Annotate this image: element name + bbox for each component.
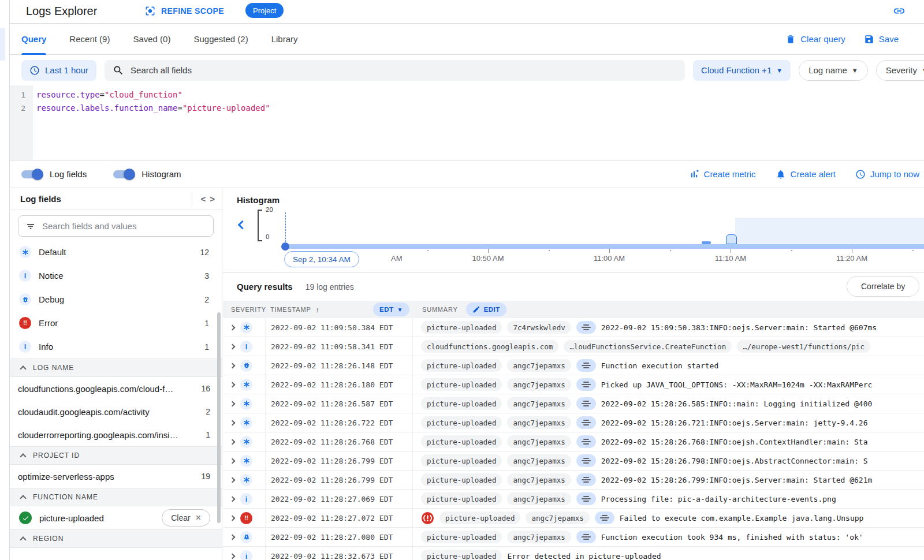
- histogram-selection-region[interactable]: [735, 218, 924, 244]
- field-section-header[interactable]: PROJECT ID: [10, 446, 222, 465]
- log-chip[interactable]: angc7jepamxs: [507, 378, 571, 391]
- fields-search-box[interactable]: [18, 215, 214, 237]
- summary-lines-icon[interactable]: [576, 378, 596, 391]
- log-chip[interactable]: angc7jepamxs: [507, 492, 571, 505]
- log-entry-row[interactable]: 2022-09-02 11:28:26.799 EDT picture-uplo…: [223, 451, 924, 471]
- log-chip[interactable]: cloudfunctions.googleapis.com: [421, 340, 558, 353]
- expand-chevron-icon[interactable]: [230, 553, 236, 559]
- panel-scrollbar[interactable]: [217, 312, 221, 523]
- log-chip[interactable]: picture-uploaded: [421, 473, 502, 486]
- expand-chevron-icon[interactable]: [230, 420, 236, 425]
- expand-chevron-icon[interactable]: [230, 344, 236, 349]
- log-entry-row[interactable]: i 2022-09-02 11:28:27.069 EDT picture-up…: [223, 490, 924, 509]
- scope-project-badge[interactable]: Project: [245, 3, 284, 18]
- summary-lines-icon[interactable]: [576, 473, 596, 486]
- log-name-filter[interactable]: Log name ▼: [799, 60, 868, 81]
- histogram-prev-chevron-icon[interactable]: [238, 221, 247, 230]
- resource-filter-chip[interactable]: Cloud Function +1 ▼: [693, 60, 791, 81]
- log-chip[interactable]: picture-uploaded: [421, 321, 502, 334]
- col-timestamp[interactable]: TIMESTAMP ↑ EDT▼: [266, 301, 413, 318]
- histogram-bar[interactable]: [702, 241, 711, 244]
- histogram-bar[interactable]: [726, 234, 737, 244]
- severity-field-item[interactable]: i Info 1: [10, 335, 222, 359]
- summary-lines-icon[interactable]: [576, 435, 596, 448]
- time-range-chip[interactable]: Last 1 hour: [21, 60, 96, 81]
- jump-to-now-button[interactable]: Jump to now: [855, 169, 919, 180]
- field-value-item[interactable]: cloudfunctions.googleapis.com/cloud-f… 1…: [10, 377, 222, 400]
- time-cursor-handle[interactable]: [281, 242, 289, 251]
- log-chip[interactable]: picture-uploaded: [421, 492, 502, 505]
- severity-field-item[interactable]: !! Error 1: [10, 311, 222, 335]
- correlate-by-button[interactable]: Correlate by: [847, 276, 919, 297]
- log-chip[interactable]: picture-uploaded: [421, 416, 502, 429]
- tab-query[interactable]: Query: [21, 24, 46, 55]
- save-button[interactable]: Save: [864, 34, 899, 44]
- refine-scope-button[interactable]: REFINE SCOPE: [144, 5, 224, 17]
- summary-lines-icon[interactable]: [576, 397, 596, 410]
- clear-query-button[interactable]: Clear query: [785, 34, 845, 44]
- log-entry-row[interactable]: i 2022-09-02 11:28:32.673 EDT picture-up…: [223, 547, 924, 560]
- summary-lines-icon[interactable]: [576, 359, 596, 372]
- share-link-icon[interactable]: [893, 5, 906, 17]
- summary-lines-icon[interactable]: [576, 454, 596, 467]
- field-value-item[interactable]: cloudaudit.googleapis.com/activity 2: [10, 400, 222, 423]
- log-chip[interactable]: picture-uploaded: [421, 378, 502, 391]
- field-value-item[interactable]: clouderrorreporting.googleapis.com/insi……: [10, 423, 222, 446]
- log-chip[interactable]: picture-uploaded: [421, 531, 502, 543]
- log-chip[interactable]: picture-uploaded: [421, 454, 502, 467]
- field-value-item[interactable]: picture-uploaded Clear×: [10, 506, 222, 529]
- log-entry-row[interactable]: 2022-09-02 11:28:27.080 EDT picture-uplo…: [223, 528, 924, 547]
- log-chip[interactable]: angc7jepamxs: [507, 473, 571, 486]
- expand-chevron-icon[interactable]: [230, 401, 236, 406]
- log-chip[interactable]: …/europe-west1/functions/pic: [737, 340, 870, 353]
- create-alert-button[interactable]: Create alert: [776, 169, 836, 180]
- search-all-fields-input[interactable]: [131, 65, 677, 75]
- expand-chevron-icon[interactable]: [230, 534, 236, 540]
- editor-code[interactable]: resource.type="cloud_function" resource.…: [33, 85, 270, 160]
- tab-recent[interactable]: Recent (9): [69, 24, 110, 55]
- edit-summary-button[interactable]: EDIT: [466, 303, 506, 316]
- severity-field-item[interactable]: Debug 2: [10, 288, 222, 311]
- log-chip[interactable]: angc7jepamxs: [507, 359, 571, 372]
- field-value-item[interactable]: optimize-serverless-apps 19: [10, 465, 222, 488]
- sort-ascending-icon[interactable]: ↑: [316, 305, 320, 314]
- tab-library[interactable]: Library: [271, 24, 298, 55]
- log-entry-row[interactable]: i 2022-09-02 11:09:58.341 EDT cloudfunct…: [223, 337, 924, 356]
- expand-chevron-icon[interactable]: [230, 324, 236, 330]
- fields-search-input[interactable]: [42, 221, 206, 231]
- log-entry-row[interactable]: 2022-09-02 11:28:26.180 EDT picture-uplo…: [223, 375, 924, 394]
- search-all-fields-box[interactable]: [105, 60, 685, 81]
- timezone-chip[interactable]: EDT▼: [373, 303, 409, 316]
- expand-chevron-icon[interactable]: [230, 496, 236, 502]
- clear-filter-button[interactable]: Clear×: [162, 509, 210, 527]
- log-chip[interactable]: angc7jepamxs: [507, 435, 571, 448]
- severity-filter[interactable]: Severity ▼: [876, 60, 924, 81]
- histogram-toggle[interactable]: [113, 170, 134, 178]
- field-section-header[interactable]: FUNCTION NAME: [10, 488, 222, 506]
- log-chip[interactable]: angc7jepamxs: [507, 454, 571, 467]
- summary-lines-icon[interactable]: [576, 416, 596, 429]
- expand-chevron-icon[interactable]: [230, 439, 236, 445]
- expand-chevron-icon[interactable]: [230, 515, 236, 521]
- field-section-header[interactable]: REGION: [10, 529, 222, 548]
- expand-chevron-icon[interactable]: [230, 382, 236, 387]
- expand-chevron-icon[interactable]: [230, 363, 236, 368]
- log-chip[interactable]: picture-uploaded: [421, 397, 502, 410]
- log-chip[interactable]: 7c4rwskwledv: [507, 321, 571, 334]
- log-entry-row[interactable]: 2022-09-02 11:28:26.587 EDT picture-uplo…: [223, 394, 924, 413]
- log-chip[interactable]: picture-uploaded: [421, 435, 502, 448]
- log-chip[interactable]: angc7jepamxs: [507, 416, 571, 429]
- tab-saved[interactable]: Saved (0): [133, 24, 170, 55]
- query-editor[interactable]: 1 2 resource.type="cloud_function" resou…: [10, 85, 924, 160]
- log-chip[interactable]: angc7jepamxs: [526, 512, 589, 524]
- summary-lines-icon[interactable]: [576, 492, 596, 505]
- summary-lines-icon[interactable]: [595, 512, 614, 524]
- log-entry-row[interactable]: !! 2022-09-02 11:28:27.072 EDT picture-u…: [223, 509, 924, 528]
- create-metric-button[interactable]: Create metric: [689, 169, 756, 180]
- field-section-header[interactable]: LOG NAME: [10, 359, 222, 377]
- log-entry-row[interactable]: 2022-09-02 11:09:50.384 EDT picture-uplo…: [223, 318, 924, 337]
- expand-panel-button[interactable]: <>: [192, 193, 215, 206]
- expand-chevron-icon[interactable]: [230, 458, 236, 464]
- log-entry-row[interactable]: 2022-09-02 11:28:26.148 EDT picture-uplo…: [223, 356, 924, 375]
- log-chip[interactable]: picture-uploaded: [439, 512, 520, 524]
